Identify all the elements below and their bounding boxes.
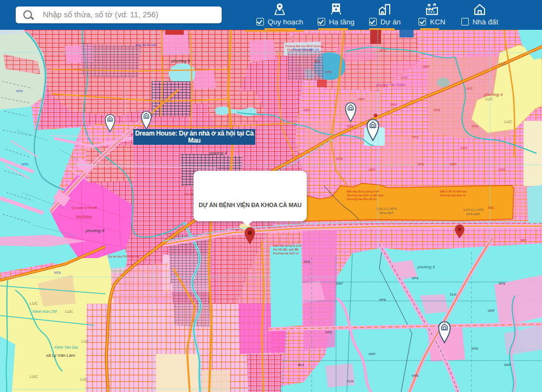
svg-text:ODT: ODT	[358, 98, 365, 101]
svg-text:ODT: ODT	[423, 65, 430, 68]
svg-text:phường 4: phường 4	[209, 151, 227, 156]
svg-text:NTS: NTS	[336, 157, 343, 160]
svg-text:NTS: NTS	[472, 125, 478, 128]
svg-text:ODT: ODT	[461, 146, 468, 150]
svg-text:Cty quản lý nhà đất: Cty quản lý nhà đất	[72, 206, 98, 209]
svg-text:NT3-ODT: NT3-ODT	[466, 213, 480, 216]
svg-text:thương mại Khu đô thị: thương mại Khu đô thị	[347, 197, 377, 201]
svg-text:NTS: NTS	[304, 260, 310, 264]
svg-text:LUC: LUC	[30, 301, 38, 306]
svg-text:Dự án khu dân cư: Dự án khu dân cư	[293, 48, 319, 51]
svg-text:NTS: NTS	[347, 125, 353, 128]
svg-text:Dự án khu Thương mại: Dự án khu Thương mại	[108, 255, 139, 258]
svg-text:ONT: ONT	[504, 363, 511, 367]
svg-text:ONT: ONT	[488, 309, 495, 312]
svg-text:NTS: NTS	[499, 282, 505, 285]
svg-text:Kênh hòa Chổ: Kênh hòa Chổ	[33, 310, 57, 313]
svg-text:CLN: CLN	[347, 380, 353, 383]
svg-text:NTS: NTS	[325, 70, 332, 74]
svg-text:CLN: CLN	[450, 293, 456, 296]
svg-text:NTS: NTS	[412, 136, 418, 139]
svg-text:NTS: NTS	[412, 374, 418, 377]
svg-text:BL3: BL3	[314, 60, 320, 63]
svg-text:Đất xây dựng công trình: Đất xây dựng công trình	[347, 190, 379, 193]
svg-text:LUC: LUC	[81, 339, 90, 344]
svg-text:LUC-C.L-NT3: LUC-C.L-NT3	[463, 208, 483, 211]
svg-text:thu hồi đất, quỹ đất: thu hồi đất, quỹ đất	[273, 248, 299, 251]
svg-text:ODT: ODT	[369, 168, 376, 171]
svg-text:NTS: NTS	[325, 331, 332, 334]
svg-text:phường 6: phường 6	[417, 265, 435, 269]
svg-text:xã Lý Văn Lâm: xã Lý Văn Lâm	[46, 353, 75, 358]
svg-text:NTS: NTS	[472, 347, 478, 350]
svg-text:ODT: ODT	[450, 163, 457, 166]
svg-text:LUC: LUC	[401, 76, 408, 79]
svg-text:Kênh Tân Gia: Kênh Tân Gia	[54, 345, 78, 349]
svg-text:S8C: S8C	[488, 206, 494, 209]
svg-text:NTS: NTS	[417, 163, 424, 166]
svg-text:LUC: LUC	[499, 61, 507, 66]
svg-text:BL3: BL3	[298, 363, 304, 367]
svg-text:NTS: NTS	[22, 163, 28, 166]
svg-text:phường Tân Thành: phường Tân Thành	[376, 83, 406, 87]
svg-text:NTS: NTS	[499, 168, 505, 171]
svg-text:Xóm Ruộng: Xóm Ruộng	[76, 215, 92, 218]
svg-text:NT3-ODT: NT3-ODT	[379, 211, 393, 215]
svg-text:Đất ở đô thị kết hợp: Đất ở đô thị kết hợp	[440, 190, 467, 193]
svg-text:ODT: ODT	[390, 103, 397, 106]
svg-text:LUC: LUC	[504, 119, 513, 124]
svg-text:NTS: NTS	[379, 49, 386, 52]
svg-text:phường 9: phường 9	[171, 59, 190, 63]
svg-text:S8C: S8C	[520, 239, 527, 242]
svg-text:thương mại dịch vụ kết hợp: thương mại dịch vụ kết hợp	[347, 194, 383, 197]
svg-text:ODT: ODT	[304, 108, 311, 112]
svg-text:ONT: ONT	[336, 282, 343, 285]
svg-text:ONT: ONT	[369, 352, 376, 356]
svg-text:thương mại dịch vụ: thương mại dịch vụ	[273, 252, 299, 255]
svg-text:thương mại dịch vụ: thương mại dịch vụ	[440, 194, 466, 197]
svg-text:Cần xây dựng lộ trình: Cần xây dựng lộ trình	[273, 244, 302, 247]
svg-text:NTS: NTS	[412, 277, 418, 280]
svg-text:Khu đô thị mới: Khu đô thị mới	[136, 43, 157, 47]
svg-text:LUC: LUC	[30, 374, 38, 379]
svg-text:LUC: LUC	[466, 87, 473, 90]
svg-text:LUC: LUC	[485, 97, 494, 101]
svg-text:LUC: LUC	[65, 309, 74, 314]
svg-text:phường 8: phường 8	[85, 228, 105, 233]
svg-text:LUC: LUC	[80, 377, 89, 382]
svg-text:NTS: NTS	[16, 89, 23, 93]
svg-text:NTS: NTS	[379, 298, 386, 301]
svg-text:NTS: NTS	[434, 108, 440, 112]
svg-text:LUC-C.L-NT3: LUC-C.L-NT3	[377, 207, 397, 210]
svg-text:NTS: NTS	[54, 271, 61, 274]
